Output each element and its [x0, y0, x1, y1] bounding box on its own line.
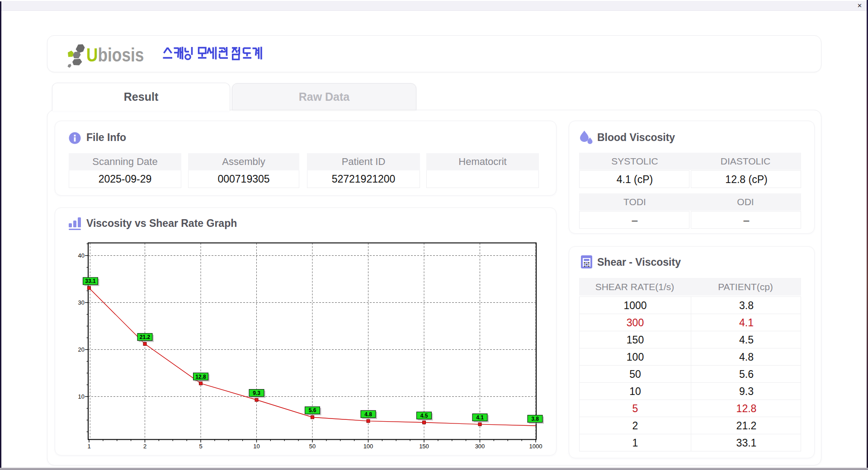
svg-text:4.1: 4.1 [476, 414, 484, 421]
svg-text:50: 50 [309, 443, 316, 450]
svg-text:3.8: 3.8 [531, 416, 539, 422]
svg-text:9.3: 9.3 [253, 390, 260, 396]
svg-text:4.8: 4.8 [364, 411, 372, 418]
svg-text:21.2: 21.2 [140, 334, 151, 340]
svg-text:33.1: 33.1 [85, 278, 96, 284]
svg-text:1000: 1000 [529, 443, 542, 450]
svg-text:10: 10 [78, 393, 85, 400]
svg-text:300: 300 [475, 443, 485, 450]
svg-text:4.5: 4.5 [420, 413, 428, 419]
svg-text:5.6: 5.6 [309, 407, 316, 414]
svg-text:100: 100 [363, 443, 373, 450]
svg-text:150: 150 [419, 443, 429, 450]
svg-text:2: 2 [143, 443, 146, 450]
svg-text:5: 5 [199, 443, 202, 450]
svg-text:20: 20 [78, 346, 85, 353]
svg-text:1: 1 [87, 443, 90, 450]
svg-text:10: 10 [253, 443, 259, 450]
svg-text:40: 40 [78, 252, 85, 259]
svg-text:12.8: 12.8 [195, 374, 206, 380]
svg-text:30: 30 [78, 299, 85, 306]
